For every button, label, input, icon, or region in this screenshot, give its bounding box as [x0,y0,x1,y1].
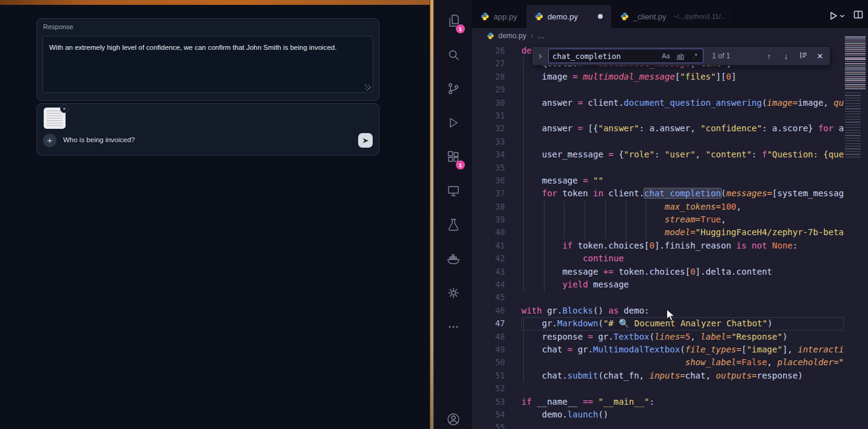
response-block: Response With an extremely high level of… [36,18,379,101]
attachment-thumbnail[interactable]: × [44,108,66,129]
code-line-35[interactable] [521,162,844,174]
line-number: 34 [472,148,514,161]
code-line-34[interactable]: user_message = {"role": "user", "content… [521,148,844,161]
code-line-46[interactable]: with gr.Blocks() as demo: [521,304,844,317]
whole-word-button[interactable]: ab [674,50,687,62]
line-number: 29 [472,83,514,96]
code-token: , [696,149,706,159]
response-textarea[interactable]: With an extremely high level of confiden… [42,36,373,93]
activity-run-debug[interactable] [434,106,472,140]
send-icon [362,137,370,145]
code-line-43[interactable]: message += token.choices[0].delta.conten… [521,266,844,278]
code-line-51[interactable]: chat.submit(chat_fn, inputs=chat, output… [521,369,844,382]
indent-guide [564,201,565,239]
code-token: as [608,306,619,315]
code-token: ( [680,345,685,354]
code-token: "files" [680,72,716,81]
indent-guide [646,201,646,239]
code-line-52[interactable] [521,382,844,395]
code-token: yield [562,280,588,289]
minimap-content-top [845,36,866,90]
activity-source-control[interactable] [434,72,472,106]
remove-attachment-button[interactable]: × [60,105,69,113]
resize-grip[interactable] [365,84,371,91]
activity-more[interactable] [434,310,472,344]
code-line-37[interactable]: for token in client.chat_completion(mess… [521,187,844,200]
code-line-49[interactable]: chat = gr.MultimodalTextbox(file_types=[… [521,343,844,356]
send-button[interactable] [358,133,373,148]
code-line-30[interactable]: answer = client.document_question_answer… [521,97,844,109]
breadcrumb-separator: › [531,32,533,40]
code-line-42[interactable]: continue [521,252,844,265]
code-line-53[interactable]: if __name__ == "__main__": [521,396,844,408]
find-in-selection-button[interactable] [797,50,809,62]
line-number: 35 [472,162,514,174]
minimap[interactable] [844,29,868,429]
code-line-39[interactable]: stream=True, [521,213,844,226]
breadcrumb-file[interactable]: demo.py [498,32,526,40]
play-icon [829,11,838,21]
code-token: message [588,280,629,289]
line-number: 26 [472,44,514,57]
code-line-55[interactable] [521,421,844,429]
line-number: 44 [472,278,514,291]
find-query: chat_completion [552,52,658,61]
find-input[interactable]: chat_completion Aa ab .* [548,49,704,63]
code-line-41[interactable]: if token.choices[0].finish_reason is not… [521,239,844,252]
account-icon [446,412,461,427]
activity-docker[interactable] [434,242,472,276]
tab-client-py[interactable]: _client.py ~/.../python3.11/... [612,5,735,28]
activity-remote-explorer[interactable] [434,174,472,208]
code-token: gr. [542,306,563,315]
code-line-31[interactable] [521,109,844,122]
tab-demo-py[interactable]: demo.py [526,5,612,28]
activity-search[interactable] [434,38,472,72]
remote-explorer-icon [446,184,461,198]
regex-button[interactable]: .* [688,50,702,62]
activity-testing[interactable] [434,208,472,242]
response-label: Response [43,23,73,30]
previous-match-button[interactable]: ↑ [763,50,775,62]
code-line-50[interactable]: show_label=False, placeholder="Upload a … [521,356,844,369]
code-line-48[interactable]: response = gr.Textbox(lines=5, label="Re… [521,331,844,343]
code-token: user_message [521,149,608,159]
code-line-29[interactable] [521,83,844,96]
line-number: 32 [472,122,514,135]
message-input[interactable]: Who is being invoiced? [63,136,135,143]
code-token: = [578,98,583,108]
toggle-replace-button[interactable]: › [536,52,544,60]
line-number: 42 [472,252,514,265]
activity-account[interactable] [434,402,472,429]
split-editor-button[interactable] [853,10,863,22]
upload-file-button[interactable]: + [43,134,56,147]
next-match-button[interactable]: ↓ [780,50,792,62]
run-python-file-button[interactable] [829,11,845,21]
code-token: "__main__" [598,397,649,407]
window-divider[interactable] [430,0,434,429]
breadcrumb[interactable]: demo.py › … [472,28,868,44]
tab-app-py[interactable]: app.py [472,5,526,28]
split-editor-icon [853,10,863,19]
code-line-45[interactable] [521,291,844,304]
breadcrumb-more[interactable]: … [537,32,544,40]
code-line-38[interactable]: max_tokens=100, [521,201,844,213]
code-token: "HuggingFaceH4/zephyr-7b-beta" [696,227,844,237]
close-find-button[interactable]: ✕ [814,50,826,62]
code-line-28[interactable]: image = multimodal_message["files"][0] [521,70,844,83]
tab-description: ~/.../python3.11/... [673,13,727,20]
activity-extensions[interactable]: 1 [434,140,472,174]
code-token: continue [583,253,623,263]
indent-guide [626,201,626,239]
code-line-54[interactable]: demo.launch() [521,408,844,421]
code-line-44[interactable]: yield message [521,278,844,291]
code-line-47[interactable]: gr.Markdown("# 🔍 Document Analyzer Chatb… [521,317,844,330]
code-line-36[interactable]: message = "" [521,174,844,187]
match-case-button[interactable]: Aa [659,50,673,62]
python-icon [620,12,629,21]
indent-guide [523,57,524,291]
code-line-32[interactable]: answer = [{"answer": a.answer, "confiden… [521,122,844,135]
activity-settings-gear[interactable] [434,276,472,310]
code-line-40[interactable]: model="HuggingFaceH4/zephyr-7b-beta"): [521,226,844,239]
activity-explorer[interactable]: 1 [434,4,472,38]
code-line-33[interactable] [521,136,844,148]
